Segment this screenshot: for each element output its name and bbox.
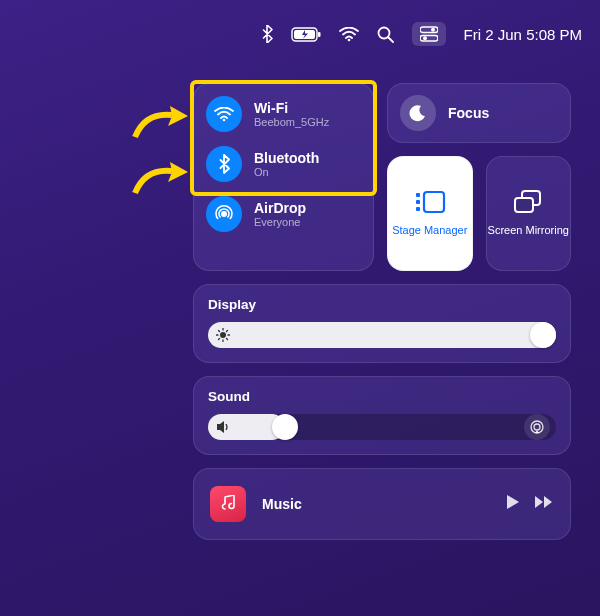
connectivity-tile: Wi-Fi Beebom_5GHz Bluetooth On — [193, 83, 374, 271]
brightness-icon — [216, 328, 230, 342]
svg-point-3 — [347, 38, 350, 41]
speaker-icon — [216, 420, 232, 434]
bluetooth-menubar-icon[interactable] — [261, 22, 273, 46]
stage-manager-label: Stage Manager — [392, 224, 467, 237]
focus-label: Focus — [448, 105, 489, 121]
focus-tile[interactable]: Focus — [387, 83, 571, 143]
svg-point-10 — [223, 118, 226, 121]
svg-point-18 — [220, 332, 226, 338]
play-icon[interactable] — [506, 494, 520, 514]
svg-rect-14 — [416, 207, 420, 211]
wifi-icon — [206, 96, 242, 132]
wifi-title: Wi-Fi — [254, 100, 329, 116]
spotlight-search-icon[interactable] — [377, 22, 394, 46]
svg-point-11 — [221, 211, 227, 217]
svg-rect-8 — [420, 36, 438, 42]
bluetooth-subtitle: On — [254, 166, 319, 179]
svg-rect-17 — [515, 198, 533, 212]
battery-menubar-icon[interactable] — [291, 22, 321, 46]
sound-tile: Sound — [193, 376, 571, 455]
stage-manager-icon — [414, 190, 446, 218]
screen-mirroring-label: Screen Mirroring — [488, 224, 569, 237]
svg-point-7 — [431, 28, 435, 32]
display-slider[interactable] — [208, 322, 556, 348]
wifi-subtitle: Beebom_5GHz — [254, 116, 329, 129]
menubar-datetime[interactable]: Fri 2 Jun 5:08 PM — [464, 26, 582, 43]
svg-rect-15 — [424, 192, 444, 212]
airdrop-icon — [206, 196, 242, 232]
next-track-icon[interactable] — [534, 495, 554, 513]
svg-line-23 — [219, 331, 220, 332]
control-center-menubar-icon[interactable] — [412, 22, 446, 46]
svg-point-4 — [378, 27, 389, 38]
airdrop-subtitle: Everyone — [254, 216, 306, 229]
display-title: Display — [208, 297, 556, 312]
svg-point-9 — [423, 36, 427, 40]
screen-mirroring-icon — [513, 190, 543, 218]
airdrop-title: AirDrop — [254, 200, 306, 216]
svg-line-24 — [227, 339, 228, 340]
display-tile: Display — [193, 284, 571, 363]
bluetooth-toggle[interactable]: Bluetooth On — [206, 146, 361, 182]
stage-manager-tile[interactable]: Stage Manager — [387, 156, 473, 271]
music-app-icon — [210, 486, 246, 522]
music-tile[interactable]: Music — [193, 468, 571, 540]
wifi-toggle[interactable]: Wi-Fi Beebom_5GHz — [206, 96, 361, 132]
screen-mirroring-tile[interactable]: Screen Mirroring — [486, 156, 572, 271]
moon-icon — [400, 95, 436, 131]
svg-rect-12 — [416, 193, 420, 197]
wifi-menubar-icon[interactable] — [339, 22, 359, 46]
menu-bar: Fri 2 Jun 5:08 PM — [261, 22, 582, 46]
music-label: Music — [262, 496, 302, 512]
svg-line-5 — [388, 37, 393, 42]
sound-slider[interactable] — [208, 414, 556, 440]
control-center-panel: Wi-Fi Beebom_5GHz Bluetooth On — [180, 70, 584, 553]
svg-line-26 — [219, 339, 220, 340]
sound-title: Sound — [208, 389, 556, 404]
airdrop-toggle[interactable]: AirDrop Everyone — [206, 196, 361, 232]
svg-rect-6 — [420, 27, 438, 33]
bluetooth-title: Bluetooth — [254, 150, 319, 166]
bluetooth-icon — [206, 146, 242, 182]
svg-line-25 — [227, 331, 228, 332]
svg-rect-13 — [416, 200, 420, 204]
svg-rect-1 — [318, 32, 321, 37]
airplay-audio-icon[interactable] — [524, 414, 550, 440]
svg-point-28 — [534, 424, 540, 430]
